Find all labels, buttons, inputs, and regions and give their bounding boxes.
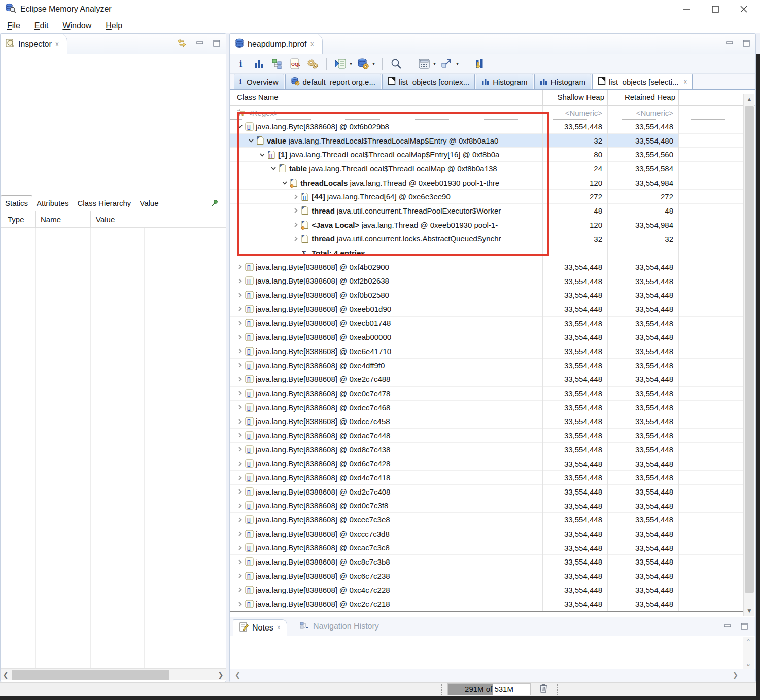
table-row[interactable]: []java.lang.Byte[8388608] @ 0xcac7c3c833… <box>230 541 743 555</box>
table-row[interactable]: thread java.util.concurrent.ThreadPoolEx… <box>230 204 743 218</box>
expand-icon[interactable] <box>236 503 244 508</box>
heapdump-tab[interactable]: heapdump.hprof ☓ <box>230 34 323 54</box>
expand-icon[interactable] <box>236 321 244 326</box>
filter-row[interactable]: <Regex><Numeric><Numeric> <box>230 106 743 120</box>
expand-icon[interactable] <box>292 208 300 213</box>
minimize-window-button[interactable] <box>683 5 691 13</box>
scroll-down-icon[interactable]: ▼ <box>744 605 755 616</box>
table-row[interactable]: []java.lang.Byte[8388608] @ 0xc8c7c3b833… <box>230 555 743 569</box>
expand-icon[interactable] <box>236 475 244 480</box>
table-row[interactable]: []java.lang.Byte[8388608] @ 0xeeb01d9033… <box>230 302 743 317</box>
numeric-filter-field[interactable]: <Numeric> <box>542 109 602 117</box>
table-row[interactable]: [][44] java.lang.Thread[64] @ 0xe6e3ee90… <box>230 190 743 204</box>
scrollbar-thumb[interactable] <box>745 106 754 593</box>
drag-grip[interactable] <box>440 684 443 695</box>
histogram-icon[interactable] <box>253 57 266 71</box>
run-expression-icon[interactable] <box>334 57 347 71</box>
table-row[interactable]: []java.lang.Byte[8388608] @ 0xd6c7c42833… <box>230 457 743 471</box>
expand-icon[interactable] <box>236 293 244 298</box>
table-row[interactable]: []java.lang.Byte[8388608] @ 0xdcc7c45833… <box>230 414 743 429</box>
maximize-view-icon[interactable] <box>213 40 221 49</box>
close-icon[interactable]: ☓ <box>683 78 687 86</box>
expand-icon[interactable] <box>236 278 244 284</box>
tab-attributes[interactable]: Attributes <box>32 195 73 211</box>
scroll-up-icon[interactable]: ⌃ <box>746 638 751 645</box>
expand-icon[interactable] <box>236 545 244 550</box>
column-shallow-heap[interactable]: Shallow Heap <box>542 93 604 101</box>
dropdown-arrow-icon[interactable]: ▾ <box>372 61 375 66</box>
dominator-tree-icon[interactable] <box>270 57 284 71</box>
export-icon[interactable] <box>440 57 454 71</box>
collapse-icon[interactable] <box>269 166 278 171</box>
table-row[interactable]: []java.lang.Byte[8388608] @ 0xccc7c3d833… <box>230 527 743 541</box>
notes-horizontal-scrollbar[interactable]: ❮ ❯ <box>230 669 755 681</box>
dropdown-arrow-icon[interactable]: ▾ <box>456 61 459 66</box>
table-row[interactable]: []java.lang.Byte[8388608] @ 0xcec7c3e833… <box>230 513 743 527</box>
table-vertical-scrollbar[interactable]: ▲ ▼ <box>743 94 754 616</box>
pin-icon[interactable] <box>211 199 219 208</box>
expand-icon[interactable] <box>292 194 300 199</box>
scroll-right-icon[interactable]: ❯ <box>733 671 738 679</box>
close-icon[interactable]: ☓ <box>55 40 59 48</box>
expand-icon[interactable] <box>236 559 244 565</box>
table-row[interactable]: []java.lang.Byte[8388608] @ 0xf4b0290033… <box>230 260 743 274</box>
minimize-view-icon[interactable] <box>726 40 734 49</box>
expand-icon[interactable] <box>236 335 244 340</box>
tab-overview[interactable]: i Overview <box>234 74 284 89</box>
expand-icon[interactable] <box>236 531 244 536</box>
close-window-button[interactable] <box>740 5 748 13</box>
table-row[interactable]: []java.lang.Byte[8388608] @ 0xc4c7c22833… <box>230 583 743 598</box>
customize-icon[interactable] <box>306 57 319 71</box>
menu-edit[interactable]: Edit <box>34 21 49 30</box>
expand-icon[interactable] <box>236 348 244 354</box>
column-class-name[interactable]: Class Name <box>237 93 279 101</box>
expand-icon[interactable] <box>236 602 244 607</box>
minimize-view-icon[interactable] <box>724 623 732 632</box>
expand-icon[interactable] <box>292 236 300 241</box>
tab-statics[interactable]: Statics <box>1 195 32 211</box>
info-icon[interactable]: i <box>235 57 248 71</box>
table-row[interactable]: []java.lang.Byte[8388608] @ 0xeab0000033… <box>230 330 743 344</box>
tab-list-objects-context[interactable]: list_objects [contex... <box>382 74 475 89</box>
tab-histogram-2[interactable]: Histogram <box>534 74 591 89</box>
calculator-icon[interactable] <box>418 57 431 71</box>
collapse-icon[interactable] <box>236 124 244 129</box>
table-row[interactable]: []java.lang.Byte[8388608] @ 0xc2c7c21833… <box>230 597 743 611</box>
menu-file[interactable]: File <box>7 21 20 30</box>
expand-icon[interactable] <box>292 222 300 227</box>
table-row[interactable]: <Java Local> java.lang.Thread @ 0xeeb019… <box>230 218 743 232</box>
expand-icon[interactable] <box>236 391 244 396</box>
table-row[interactable]: [][1] java.lang.ThreadLocal$ThreadLocalM… <box>230 148 743 162</box>
table-row[interactable]: []java.lang.Byte[8388608] @ 0xe2c7c48833… <box>230 372 743 387</box>
inspector-tab[interactable]: Inspector ☓ <box>1 34 67 54</box>
table-row[interactable]: []java.lang.Byte[8388608] @ 0xd0c7c3f833… <box>230 499 743 513</box>
expand-icon[interactable] <box>236 306 244 311</box>
scroll-left-icon[interactable]: ❮ <box>235 671 240 679</box>
maximize-view-icon[interactable] <box>741 623 748 632</box>
table-row[interactable]: []java.lang.Byte[8388608] @ 0xf6b029b833… <box>230 120 743 134</box>
tab-default-report[interactable]: default_report org.e... <box>285 74 381 89</box>
collapse-icon[interactable] <box>247 138 255 143</box>
maximize-window-button[interactable] <box>711 5 719 13</box>
expand-icon[interactable] <box>236 363 244 368</box>
table-row[interactable]: []java.lang.Byte[8388608] @ 0xc6c7c23833… <box>230 569 743 583</box>
table-row[interactable]: []java.lang.Byte[8388608] @ 0xf2b0263833… <box>230 274 743 289</box>
oql-icon[interactable]: OQL <box>288 57 301 71</box>
table-row[interactable]: []java.lang.Byte[8388608] @ 0xe4dff9f033… <box>230 359 743 373</box>
link-with-editor-icon[interactable] <box>176 38 187 50</box>
expand-icon[interactable] <box>236 419 244 424</box>
table-row[interactable]: []java.lang.Byte[8388608] @ 0xecb0174833… <box>230 317 743 331</box>
expand-icon[interactable] <box>236 377 244 382</box>
close-icon[interactable]: ☓ <box>277 624 281 632</box>
collapse-icon[interactable] <box>258 152 266 157</box>
compare-icon[interactable] <box>473 57 487 71</box>
tab-value[interactable]: Value <box>135 195 163 211</box>
inspector-horizontal-scrollbar[interactable]: ❮ ❯ <box>1 668 226 680</box>
table-row[interactable]: table java.lang.ThreadLocal$ThreadLocalM… <box>230 162 743 176</box>
search-icon[interactable] <box>390 57 403 71</box>
close-icon[interactable]: ☓ <box>310 40 314 48</box>
table-row[interactable]: []java.lang.Byte[8388608] @ 0xdec7c46833… <box>230 401 743 415</box>
expand-icon[interactable] <box>236 447 244 452</box>
menu-help[interactable]: Help <box>106 21 122 30</box>
expand-icon[interactable] <box>236 587 244 592</box>
